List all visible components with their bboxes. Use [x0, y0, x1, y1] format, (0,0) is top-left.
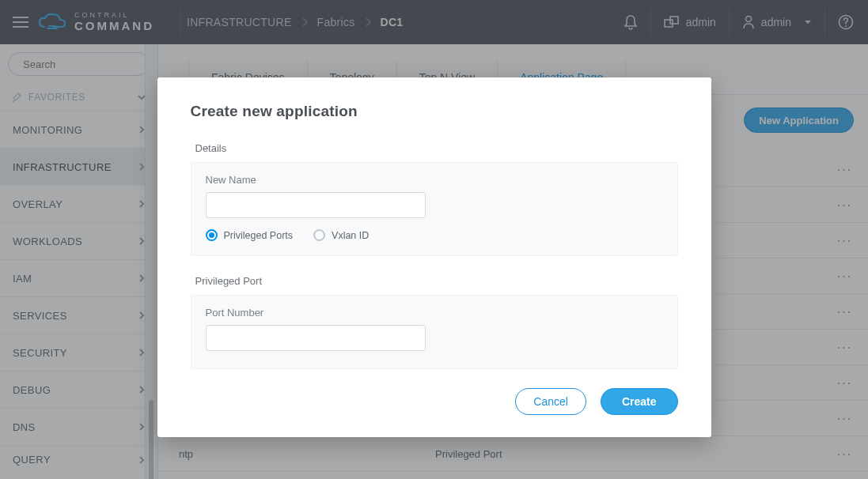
- row-more-icon[interactable]: ···: [836, 413, 852, 423]
- user-icon: [742, 15, 755, 29]
- sidebar-item-services[interactable]: SERVICES: [0, 296, 157, 334]
- sidebar-item-security[interactable]: SECURITY: [0, 334, 157, 371]
- radio-label: Privileged Ports: [224, 230, 294, 241]
- sidebar-item-label: DNS: [13, 421, 36, 433]
- row-more-icon[interactable]: ···: [836, 236, 852, 245]
- chevron-right-icon: [138, 385, 145, 394]
- row-more-icon[interactable]: ···: [836, 200, 852, 209]
- sidebar-item-debug[interactable]: DEBUG: [0, 371, 157, 408]
- chevron-right-icon: [138, 422, 145, 432]
- row-more-icon[interactable]: ···: [836, 378, 852, 387]
- row-more-icon[interactable]: ···: [836, 164, 852, 174]
- sidebar-item-label: IAM: [13, 273, 32, 285]
- favorites-header[interactable]: FAVORITES: [0, 84, 157, 111]
- new-name-label: New Name: [206, 174, 663, 186]
- brand-title: CONTRAIL: [74, 12, 154, 19]
- favorites-label: FAVORITES: [28, 92, 85, 103]
- radio-label: Vxlan ID: [332, 230, 369, 241]
- chevron-right-icon: [365, 17, 371, 27]
- hamburger-menu-icon[interactable]: [8, 12, 33, 32]
- user-name: admin: [761, 16, 791, 28]
- row-type: Privileged Port: [435, 448, 502, 460]
- breadcrumb-current: DC1: [381, 16, 404, 28]
- chevron-right-icon: [138, 273, 145, 283]
- sidebar-item-iam[interactable]: IAM: [0, 259, 157, 296]
- radio-dot-icon: [313, 229, 325, 241]
- create-button[interactable]: Create: [601, 388, 678, 415]
- divider: [180, 8, 180, 36]
- help-icon: [838, 14, 854, 30]
- modal-actions: Cancel Create: [191, 388, 678, 415]
- chevron-right-icon: [138, 125, 145, 134]
- privileged-port-panel: Port Number: [191, 295, 678, 369]
- action-bar: New Application: [744, 107, 854, 133]
- caret-down-icon: [804, 20, 812, 25]
- row-more-icon[interactable]: ···: [836, 271, 852, 281]
- sidebar-item-label: MONITORING: [13, 124, 82, 136]
- chevron-right-icon: [138, 348, 145, 357]
- modal-title: Create new application: [191, 103, 678, 120]
- create-application-modal: Create new application Details New Name …: [157, 77, 711, 437]
- table-row[interactable]: ntpPrivileged Port···: [158, 436, 868, 472]
- privileged-port-section-label: Privileged Port: [195, 275, 678, 287]
- project-icon: [664, 16, 680, 28]
- sidebar-item-label: DEBUG: [13, 384, 51, 396]
- breadcrumb: INFRASTRUCTURE Fabrics DC1: [187, 16, 403, 28]
- sidebar-item-label: WORKLOADS: [13, 236, 82, 247]
- project-selector[interactable]: admin: [658, 9, 722, 35]
- sidebar-scrollbar[interactable]: [145, 44, 157, 479]
- sidebar-item-dns[interactable]: DNS: [0, 408, 157, 445]
- sidebar-item-overlay[interactable]: OVERLAY: [0, 185, 157, 222]
- cloud-icon: [38, 13, 66, 32]
- new-application-button[interactable]: New Application: [744, 107, 854, 133]
- details-panel: New Name Privileged Ports Vxlan ID: [191, 162, 678, 256]
- breadcrumb-infrastructure[interactable]: INFRASTRUCTURE: [187, 16, 292, 28]
- new-name-input[interactable]: [206, 192, 426, 218]
- chevron-right-icon: [138, 236, 145, 246]
- brand-subtitle: COMMAND: [74, 19, 154, 33]
- port-number-label: Port Number: [206, 307, 663, 319]
- sidebar-search[interactable]: [8, 52, 150, 76]
- sidebar-item-monitoring[interactable]: MONITORING: [0, 111, 157, 148]
- svg-point-4: [845, 25, 847, 27]
- sidebar-item-label: OVERLAY: [13, 198, 63, 210]
- sidebar-item-infrastructure[interactable]: INFRASTRUCTURE: [0, 148, 157, 185]
- sidebar-item-query[interactable]: QUERY: [0, 445, 157, 473]
- cancel-button[interactable]: Cancel: [515, 388, 586, 415]
- scrollbar-thumb[interactable]: [149, 400, 154, 479]
- row-more-icon[interactable]: ···: [836, 449, 852, 458]
- row-more-icon[interactable]: ···: [836, 342, 852, 352]
- project-name: admin: [686, 16, 716, 28]
- type-radio-group: Privileged Ports Vxlan ID: [206, 229, 663, 241]
- sidebar: FAVORITES MONITORING INFRASTRUCTURE OVER…: [0, 44, 158, 479]
- user-menu[interactable]: admin: [736, 9, 818, 36]
- header-right: admin admin: [617, 8, 860, 36]
- notifications-button[interactable]: [617, 8, 644, 36]
- row-name: ntp: [158, 448, 435, 460]
- sidebar-item-workloads[interactable]: WORKLOADS: [0, 222, 157, 259]
- vxlan-id-radio[interactable]: Vxlan ID: [313, 229, 369, 241]
- brand-logo[interactable]: CONTRAIL COMMAND: [38, 12, 154, 33]
- row-more-icon[interactable]: ···: [836, 307, 852, 316]
- chevron-right-icon: [138, 311, 145, 320]
- breadcrumb-fabrics[interactable]: Fabrics: [317, 16, 355, 28]
- port-number-input[interactable]: [206, 325, 426, 351]
- divider: [650, 8, 651, 36]
- privileged-ports-radio[interactable]: Privileged Ports: [206, 229, 294, 241]
- sidebar-item-label: SERVICES: [13, 310, 67, 322]
- divider: [824, 8, 825, 36]
- radio-dot-icon: [206, 229, 218, 241]
- sidebar-item-label: QUERY: [13, 454, 51, 466]
- chevron-right-icon: [301, 17, 308, 27]
- app-header: CONTRAIL COMMAND INFRASTRUCTURE Fabrics …: [0, 0, 868, 44]
- sidebar-item-label: SECURITY: [13, 347, 67, 359]
- sidebar-item-label: INFRASTRUCTURE: [13, 161, 112, 173]
- search-input[interactable]: [23, 58, 156, 70]
- chevron-right-icon: [138, 162, 145, 172]
- bell-icon: [624, 14, 638, 30]
- svg-point-2: [745, 17, 751, 22]
- chevron-right-icon: [138, 455, 145, 465]
- help-button[interactable]: [832, 8, 860, 36]
- divider: [729, 8, 730, 36]
- details-section-label: Details: [195, 142, 678, 154]
